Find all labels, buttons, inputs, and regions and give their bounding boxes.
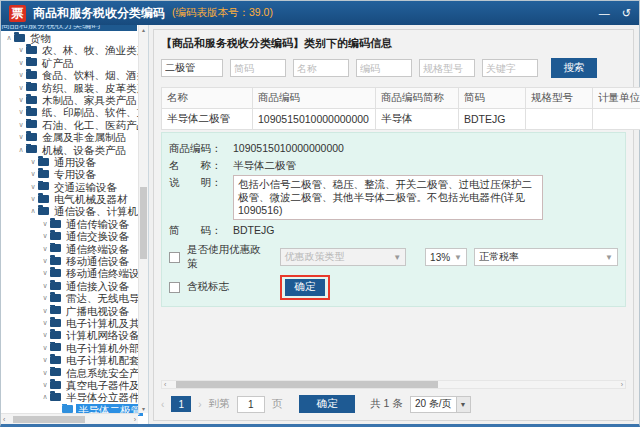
expand-icon[interactable]: ∨	[28, 156, 38, 168]
tree-item[interactable]: ∨真空电子器件及零件	[1, 379, 148, 391]
tree-item[interactable]: ∨广播电视设备	[1, 305, 148, 317]
expand-icon[interactable]: ∨	[16, 106, 26, 118]
search-button[interactable]: 搜索	[551, 58, 597, 78]
tree-item[interactable]: ∨纸、印刷品、软件、文教、工	[1, 106, 148, 118]
column-header: 商品编码简称	[376, 88, 459, 109]
tree-item-label: 机械、设备类产品	[40, 144, 128, 156]
tree-item-label: 移动通信设备	[64, 255, 131, 267]
tree-item[interactable]: ∨移动通信终端设备及零部	[1, 267, 148, 279]
keyword-input[interactable]	[161, 59, 223, 77]
tree-item[interactable]: ∨纺织、服装、皮革类产品	[1, 82, 148, 94]
title-bar: 票 商品和服务税收分类编码 (编码表版本号：39.0) — ↺	[1, 1, 639, 25]
tree-item[interactable]: ∨通信交换设备	[1, 230, 148, 242]
tree-item[interactable]: ∨通信传输设备	[1, 218, 148, 230]
expand-icon[interactable]: ∨	[40, 243, 50, 255]
tree-item[interactable]: ∨食品、饮料、烟、酒类产品	[1, 69, 148, 81]
expand-icon[interactable]: ∨	[40, 230, 50, 242]
expand-icon[interactable]: ∨	[40, 329, 50, 341]
tree-item[interactable]: ∨专用设备	[1, 168, 148, 180]
scroll-right-icon[interactable]: ›	[132, 416, 138, 423]
tree-item[interactable]: ∧通信设备、计算机及其他电	[1, 205, 148, 217]
tree-item[interactable]: ∧机械、设备类产品	[1, 144, 148, 156]
tree-item[interactable]: ∨石油、化工、医药产品	[1, 119, 148, 131]
expand-icon[interactable]: ∨	[40, 267, 50, 279]
expand-icon[interactable]: ∨	[40, 218, 50, 230]
tree-item[interactable]: ∨电子计算机配套产品及耗	[1, 354, 148, 366]
expand-icon[interactable]: ∨	[28, 168, 38, 180]
expand-icon[interactable]: ∨	[16, 57, 26, 69]
tree-item[interactable]: ∨矿产品	[1, 57, 148, 69]
tree-item[interactable]: ∨信息系统安全产品	[1, 367, 148, 379]
page-size-select[interactable]: 20 条/页 ▼	[410, 396, 471, 413]
collapse-icon[interactable]: ∧	[16, 144, 26, 156]
confirm-button[interactable]: 确定	[285, 279, 325, 296]
policy-type-dropdown[interactable]: 优惠政策类型 ▼	[280, 248, 407, 266]
tree-item[interactable]: ∨移动通信设备	[1, 255, 148, 267]
expand-icon[interactable]: ∨	[16, 44, 26, 56]
tree-item[interactable]: ∨计算机网络设备	[1, 329, 148, 341]
policy-checkbox[interactable]	[169, 252, 180, 263]
folder-icon	[50, 306, 61, 314]
code-input[interactable]	[356, 59, 412, 77]
tree-item[interactable]: ∨电子计算机及其部件	[1, 317, 148, 329]
shortcode-input[interactable]	[230, 59, 286, 77]
tax-rate-dropdown[interactable]: 13% ▼	[425, 248, 467, 266]
expand-icon[interactable]: ∨	[28, 181, 38, 193]
restore-button-icon[interactable]: ↺	[622, 8, 631, 19]
scroll-up-icon[interactable]: ▴	[139, 26, 148, 33]
expand-icon[interactable]: ∨	[40, 317, 50, 329]
goto-page-input[interactable]	[237, 396, 265, 413]
tree-item[interactable]: ∧半导体分立器件	[1, 391, 148, 403]
collapse-icon[interactable]: ∧	[4, 32, 14, 44]
pagination-confirm-button[interactable]: 确定	[299, 395, 355, 413]
expand-icon[interactable]: ∨	[40, 292, 50, 304]
tree-item[interactable]: ∨电子计算机外部设备及配	[1, 342, 148, 354]
scroll-right-icon[interactable]: ›	[619, 381, 625, 388]
scroll-down-icon[interactable]: ▾	[139, 405, 148, 412]
prev-page-icon[interactable]: ‹	[161, 399, 164, 410]
tree-hscroll-thumb[interactable]	[13, 416, 85, 423]
expand-icon[interactable]: ∨	[16, 82, 26, 94]
collapse-icon[interactable]: ∧	[28, 205, 38, 217]
expand-icon[interactable]: ∨	[40, 379, 50, 391]
policy-checkbox-label: 是否使用优惠政策	[187, 243, 269, 271]
tree-item[interactable]: ∨通用设备	[1, 156, 148, 168]
spec-input[interactable]	[419, 59, 475, 77]
expand-icon[interactable]: ∨	[16, 69, 26, 81]
current-page-button[interactable]: 1	[171, 396, 191, 412]
tree-item[interactable]: ∧货物	[1, 32, 148, 44]
expand-icon[interactable]: ∨	[28, 193, 38, 205]
tree-item[interactable]: ∨农、林、牧、渔业类产品	[1, 44, 148, 56]
next-page-icon[interactable]: ›	[198, 399, 201, 410]
tree-item[interactable]: ∨电气机械及器材	[1, 193, 148, 205]
tax-type-dropdown[interactable]: 正常税率 ▼	[474, 248, 618, 266]
expand-icon[interactable]: ∨	[16, 131, 26, 143]
expand-icon[interactable]: ∨	[40, 280, 50, 292]
tree-horizontal-scrollbar[interactable]: ‹ ›	[1, 413, 138, 424]
main-horizontal-scrollbar[interactable]: ‹ ›	[161, 380, 626, 389]
main-hscroll-thumb[interactable]	[176, 381, 437, 388]
tree-vertical-scrollbar[interactable]: ▴ ▾	[138, 25, 148, 413]
table-row[interactable]: 半导体二极管1090515010000000000半导体BDTEJG13%	[162, 109, 640, 130]
tree-item-label: 金属及非金属制品	[40, 131, 128, 143]
expand-icon[interactable]: ∨	[40, 342, 50, 354]
tree-item-label: 移动通信终端设备及零部	[64, 267, 148, 279]
expand-icon[interactable]: ∨	[40, 255, 50, 267]
expand-icon[interactable]: ∨	[16, 119, 26, 131]
tree-item[interactable]: ∨雷达、无线电导航及无线	[1, 292, 148, 304]
minimize-button-icon[interactable]: —	[599, 8, 610, 19]
tree-item[interactable]: ∨金属及非金属制品	[1, 131, 148, 143]
tree-vscroll-thumb[interactable]	[140, 187, 147, 259]
expand-icon[interactable]: ∨	[40, 367, 50, 379]
tree-item[interactable]: ∨通信终端设备	[1, 243, 148, 255]
expand-icon[interactable]: ∨	[40, 354, 50, 366]
tree-item[interactable]: ∨交通运输设备	[1, 181, 148, 193]
name-input[interactable]	[293, 59, 349, 77]
tree-item[interactable]: ∨木制品、家具类产品	[1, 94, 148, 106]
tree-item[interactable]: ∨通信接入设备	[1, 280, 148, 292]
keyword2-input[interactable]	[482, 59, 538, 77]
tax-flag-checkbox[interactable]	[169, 282, 180, 293]
expand-icon[interactable]: ∨	[16, 94, 26, 106]
expand-icon[interactable]: ∨	[40, 305, 50, 317]
collapse-icon[interactable]: ∧	[40, 391, 50, 403]
